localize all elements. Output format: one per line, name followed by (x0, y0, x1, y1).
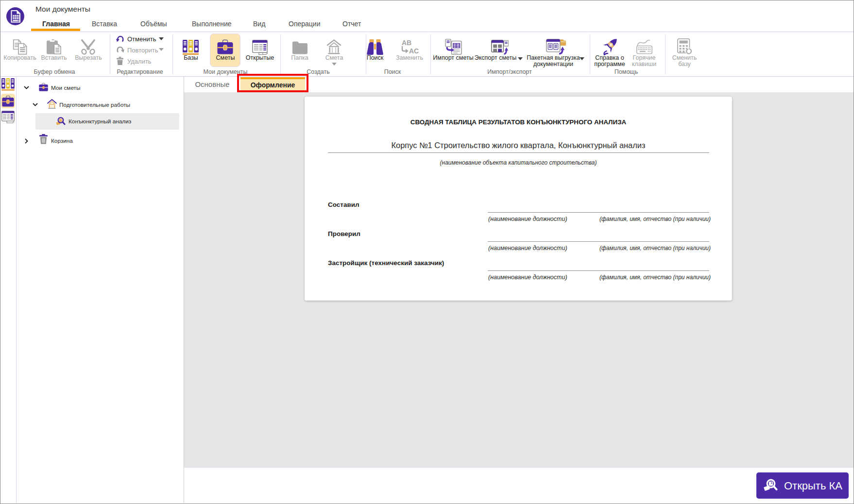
svg-text:AC: AC (409, 47, 419, 55)
svg-text:AB: AB (402, 39, 411, 47)
